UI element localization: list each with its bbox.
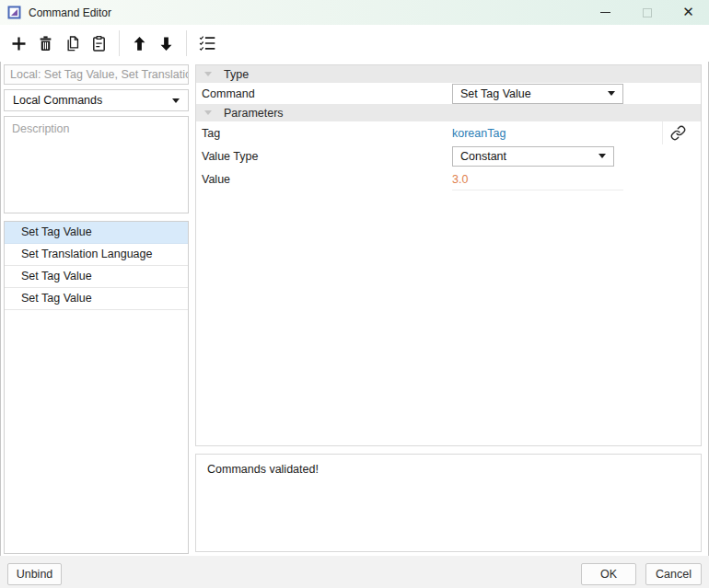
command-list-item[interactable]: Set Tag Value [5, 266, 188, 288]
property-label: Command [196, 87, 452, 100]
cancel-button[interactable]: Cancel [645, 563, 702, 585]
command-list: Set Tag Value Set Translation Language S… [4, 221, 189, 554]
paste-icon [90, 35, 108, 52]
arrow-up-icon [131, 35, 148, 52]
copy-command-button[interactable] [59, 29, 86, 57]
close-button[interactable]: ✕ [668, 0, 709, 25]
minimize-icon [600, 12, 610, 13]
command-filter-input[interactable]: Local: Set Tag Value, Set Translation La… [4, 64, 189, 85]
maximize-button[interactable] [626, 0, 668, 25]
title-bar: Command Editor ✕ [0, 0, 709, 25]
validate-commands-button[interactable] [193, 29, 220, 57]
command-editor-dialog: Command Editor ✕ [0, 0, 709, 588]
collapse-triangle-icon [204, 72, 212, 76]
section-title: Type [224, 68, 249, 81]
value-type-dropdown[interactable]: Constant [452, 146, 614, 167]
copy-icon [64, 35, 81, 52]
chevron-down-icon [608, 91, 615, 96]
value-type-dropdown-value: Constant [460, 150, 506, 163]
trash-icon [37, 35, 54, 52]
link-icon [670, 125, 686, 141]
footer-bar: Unbind OK Cancel [0, 556, 709, 588]
property-label: Value Type [196, 150, 452, 163]
move-down-button[interactable] [153, 29, 180, 57]
minimize-button[interactable] [585, 0, 626, 25]
property-row-value-type: Value Type Constant [196, 144, 701, 167]
validation-message-box: Commands validated! [195, 454, 702, 552]
toolbar [0, 25, 709, 62]
section-header-parameters[interactable]: Parameters [196, 104, 701, 121]
scope-dropdown-value: Local Commands [13, 94, 102, 107]
section-header-type[interactable]: Type [196, 65, 701, 83]
toolbar-separator [186, 30, 187, 56]
collapse-triangle-icon [204, 110, 212, 115]
property-row-tag: Tag koreanTag [196, 121, 701, 144]
add-command-button[interactable] [6, 29, 32, 57]
tag-binding-cell[interactable] [662, 121, 693, 144]
property-row-command: Command Set Tag Value [196, 83, 701, 104]
property-label: Tag [196, 127, 452, 140]
close-icon: ✕ [682, 6, 694, 19]
validation-message: Commands validated! [207, 463, 319, 476]
maximize-icon [643, 8, 652, 17]
command-dropdown-value: Set Tag Value [460, 87, 531, 100]
plus-icon [9, 34, 29, 53]
section-title: Parameters [224, 107, 284, 120]
tag-value-link[interactable]: koreanTag [452, 127, 506, 140]
arrow-down-icon [157, 35, 175, 52]
move-up-button[interactable] [126, 29, 153, 57]
ok-button[interactable]: OK [581, 563, 636, 585]
command-dropdown[interactable]: Set Tag Value [452, 84, 623, 104]
command-list-item[interactable]: Set Tag Value [5, 222, 188, 244]
chevron-down-icon [172, 98, 180, 103]
description-textarea[interactable] [4, 116, 189, 213]
chevron-down-icon [599, 154, 606, 158]
app-icon [7, 6, 21, 19]
unbind-button[interactable]: Unbind [7, 563, 62, 585]
toolbar-separator [119, 30, 120, 56]
property-grid: Type Command Set Tag Value Parameters Ta… [195, 64, 702, 446]
checklist-icon [198, 34, 216, 52]
command-list-item[interactable]: Set Translation Language [5, 244, 188, 266]
scope-dropdown[interactable]: Local Commands [4, 89, 189, 111]
delete-command-button[interactable] [32, 29, 59, 57]
paste-command-button[interactable] [86, 29, 112, 57]
property-label: Value [196, 173, 452, 186]
value-field[interactable]: 3.0 [452, 173, 468, 186]
window-title: Command Editor [29, 6, 111, 19]
window-controls: ✕ [585, 0, 709, 25]
command-list-item[interactable]: Set Tag Value [5, 288, 188, 310]
property-row-value: Value 3.0 [196, 167, 701, 190]
value-cell-underline [452, 190, 623, 190]
